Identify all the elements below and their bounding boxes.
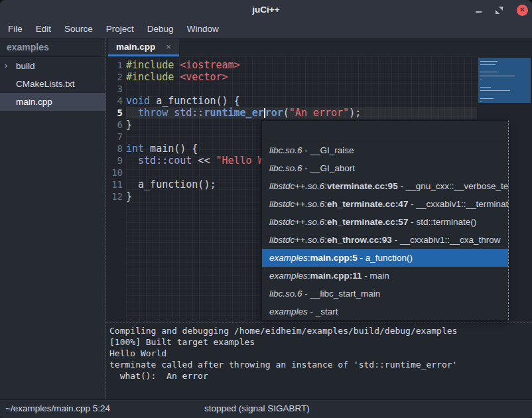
frame-separator: -: [408, 217, 416, 227]
stack-frame-row[interactable]: libstdc++.so.6:eh_terminate.cc:47 - __cx…: [262, 195, 508, 213]
debug-status: stopped (signal SIGABRT): [204, 400, 310, 417]
file-tree-sidebar: examples ›buildCMakeLists.txtmain.cpp: [0, 38, 106, 400]
frame-separator: -: [302, 163, 310, 173]
window-title: juCi++: [0, 0, 532, 20]
code-token: "An error": [289, 107, 349, 119]
frame-symbol: _start: [316, 307, 338, 316]
frame-symbol: main: [370, 271, 389, 281]
line-number: 8: [106, 143, 126, 155]
tab-main-cpp[interactable]: main.cpp ×: [108, 38, 179, 56]
code-token: [174, 71, 180, 83]
minimap-code-line: [480, 64, 496, 65]
line-number: 9: [106, 155, 126, 167]
stack-frame-row[interactable]: libstdc++.so.6:eh_throw.cc:93 - __cxxabi…: [262, 231, 508, 249]
code-token: <iostream>: [180, 59, 239, 71]
line-number: 12: [106, 190, 126, 202]
code-token: a_function() {: [150, 95, 239, 107]
stack-frame-row[interactable]: libstdc++.so.6:eh_terminate.cc:57 - std:…: [262, 213, 508, 231]
restore-icon-part: [496, 10, 499, 14]
tab-bar: main.cpp ×: [106, 38, 532, 56]
file-tree: ›buildCMakeLists.txtmain.cpp: [0, 57, 105, 111]
backtrace-list: libc.so.6 - __GI_raiselibc.so.6 - __GI_a…: [262, 141, 508, 320]
frame-file-line: eh_terminate.cc:47: [327, 199, 408, 209]
stack-frame-row[interactable]: examples:main.cpp:11 - main: [262, 267, 508, 285]
frame-file-line: eh_terminate.cc:57: [327, 217, 408, 227]
minimize-icon[interactable]: [476, 11, 482, 13]
minimap-code-line: [480, 72, 498, 72]
minimap-code-line: [480, 80, 482, 80]
backtrace-popup-header[interactable]: [262, 121, 508, 141]
code-token: runtime_er: [204, 107, 263, 119]
code-token: [126, 155, 138, 167]
menubar: FileEditSourceProjectDebugWindow: [0, 20, 532, 38]
stack-frame-row[interactable]: libc.so.6 - __GI_raise: [262, 141, 508, 159]
terminal-line: Hello World: [109, 348, 532, 359]
code-token: <vector>: [180, 71, 228, 83]
frame-separator: -: [392, 235, 400, 245]
code-token: a_function();: [126, 178, 216, 190]
menu-project[interactable]: Project: [100, 20, 141, 38]
stack-frame-row[interactable]: libc.so.6 - __libc_start_main: [262, 285, 508, 303]
code-line: #include <vector>: [126, 71, 477, 83]
code-token: int: [126, 143, 144, 155]
menu-debug[interactable]: Debug: [141, 20, 180, 38]
code-token: #include: [126, 59, 174, 71]
frame-library: libc.so.6: [269, 289, 302, 299]
code-token: std::cout: [138, 155, 192, 167]
frame-symbol: __libc_start_main: [310, 289, 381, 299]
tab-close-icon[interactable]: ×: [166, 42, 171, 52]
minimap-code-line: [480, 87, 491, 88]
frame-file-line: main.cpp:5: [310, 253, 358, 263]
frame-separator: -: [308, 307, 316, 316]
code-token: #include: [126, 71, 174, 83]
frame-symbol: __GI_abort: [310, 163, 356, 173]
window-controls: ✕: [476, 0, 528, 20]
restore-icon[interactable]: [496, 7, 503, 14]
app-window: juCi++ ✕ FileEditSourceProjectDebugWindo…: [0, 0, 532, 418]
menu-source[interactable]: Source: [58, 20, 100, 38]
menu-edit[interactable]: Edit: [29, 20, 58, 38]
chevron-right-icon[interactable]: ›: [5, 57, 7, 75]
statusbar: ~/examples/main.cpp 5:24 stopped (signal…: [0, 399, 532, 418]
code-token: }: [126, 119, 132, 131]
line-number: 10: [106, 167, 126, 178]
frame-library: libc.so.6: [269, 145, 302, 155]
sidebar-item-main-cpp[interactable]: main.cpp: [0, 93, 105, 111]
terminal-line: what(): An error: [109, 370, 532, 382]
minimap-code-line: [480, 90, 510, 91]
close-icon[interactable]: ✕: [517, 5, 528, 16]
line-number: 3: [106, 83, 126, 95]
line-number: 1: [106, 59, 126, 71]
stack-frame-row[interactable]: examples:main.cpp:5 - a_function(): [262, 249, 508, 267]
sidebar-item-build[interactable]: ›build: [0, 57, 105, 75]
frame-file-line: vterminate.cc:95: [327, 181, 398, 191]
stack-frame-row[interactable]: libc.so.6 - __GI_abort: [262, 159, 508, 177]
stack-frame-row[interactable]: examples - _start: [262, 303, 508, 320]
frame-symbol: std::terminate(): [416, 217, 476, 227]
minimap-slider[interactable]: [478, 58, 531, 103]
sidebar-item-cmakelists-txt[interactable]: CMakeLists.txt: [0, 75, 105, 93]
titlebar[interactable]: juCi++ ✕: [0, 0, 532, 20]
code-token: );: [349, 107, 361, 119]
file-label: build: [16, 61, 35, 71]
frame-symbol: __gnu_cxx::__verbose_terminate_handler(): [406, 181, 508, 191]
menu-window[interactable]: Window: [180, 20, 226, 38]
frame-library: libstdc++.so.6: [269, 181, 324, 191]
cursor-location: ~/examples/main.cpp 5:24: [5, 400, 110, 417]
frame-separator: -: [302, 145, 310, 155]
terminal-output: Compiling and debugging /home/eidheim/ex…: [106, 322, 532, 400]
terminal-line: [100%] Built target examples: [109, 336, 532, 348]
frame-library: examples: [269, 307, 308, 316]
menu-file[interactable]: File: [1, 20, 29, 38]
code-token: [168, 107, 174, 119]
code-token: [126, 107, 138, 119]
line-number-gutter: 123456789101112: [106, 56, 126, 322]
frame-separator: -: [408, 199, 416, 209]
code-line: [126, 83, 477, 95]
terminal-line: Compiling and debugging /home/eidheim/ex…: [109, 325, 532, 336]
stack-frame-row[interactable]: libstdc++.so.6:vterminate.cc:95 - __gnu_…: [262, 177, 508, 195]
minimap-code-line: [480, 61, 498, 62]
code-line: throw std::runtime_error("An error");: [126, 107, 477, 119]
frame-file-line: main.cpp:11: [310, 271, 362, 281]
frame-separator: -: [358, 253, 366, 263]
